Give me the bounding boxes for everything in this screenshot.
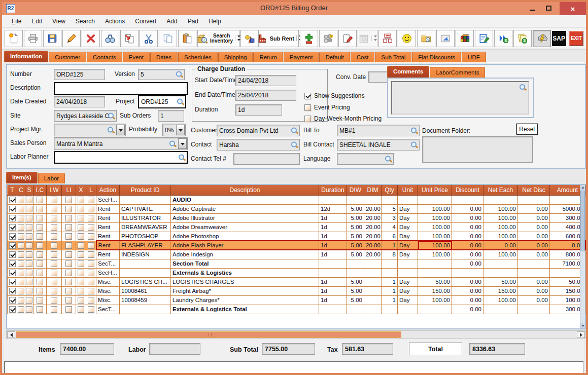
cell-diw[interactable]: 5.00 bbox=[347, 250, 364, 259]
cell-qty[interactable]: 1 bbox=[382, 241, 398, 250]
row-checkbox[interactable] bbox=[9, 242, 16, 249]
cell-desc[interactable]: Laundry Charges* bbox=[171, 295, 319, 305]
row-checkbox[interactable] bbox=[88, 206, 94, 212]
cell-price[interactable]: 100.00 bbox=[418, 232, 452, 241]
col-header-qty[interactable]: Qty bbox=[382, 185, 398, 195]
grid-row-0[interactable]: SecH...AUDIO bbox=[8, 195, 585, 204]
cell-qty[interactable] bbox=[382, 259, 398, 268]
tab-schedules[interactable]: Schedules bbox=[178, 52, 218, 62]
cell-unit[interactable]: Day bbox=[398, 295, 418, 305]
row-checkbox[interactable] bbox=[18, 288, 24, 294]
row-checkbox[interactable] bbox=[26, 251, 32, 258]
row-checkbox[interactable] bbox=[65, 197, 72, 203]
probability-field[interactable]: 0% bbox=[162, 124, 186, 136]
cell-diw[interactable]: 5.00 bbox=[347, 295, 364, 305]
grid-row-11[interactable]: Misc.10008459Laundry Charges*1d5.001Day1… bbox=[8, 295, 585, 305]
row-checkbox[interactable] bbox=[51, 251, 57, 258]
cell-action[interactable]: Rent bbox=[96, 204, 120, 213]
cell-qty[interactable]: 8 bbox=[382, 250, 398, 259]
cell-disc[interactable] bbox=[452, 268, 483, 277]
row-checkbox[interactable] bbox=[18, 224, 24, 231]
row-checkbox[interactable] bbox=[18, 242, 24, 249]
col-header-description[interactable]: Description bbox=[171, 185, 319, 195]
cell-desc[interactable]: Section Total bbox=[171, 259, 319, 268]
bill-to-field[interactable]: MB#1 bbox=[337, 125, 420, 136]
cell-ndisc[interactable]: 0.00 bbox=[518, 204, 550, 213]
row-checkbox[interactable] bbox=[51, 206, 57, 212]
row-checkbox[interactable] bbox=[78, 297, 84, 304]
row-checkbox[interactable] bbox=[65, 224, 72, 231]
tab-udf[interactable]: UDF bbox=[462, 52, 486, 62]
row-checkbox[interactable] bbox=[51, 233, 57, 240]
bill-contact-lookup-icon[interactable] bbox=[410, 141, 418, 148]
row-checkbox[interactable] bbox=[26, 260, 32, 267]
grid-row-4[interactable]: RentPHOTOSHOPAdobe Photoshop1d5.0020.006… bbox=[8, 232, 585, 241]
col-header-discount[interactable]: Discount bbox=[452, 185, 483, 195]
version-lookup-icon[interactable] bbox=[176, 71, 183, 79]
cell-ndisc[interactable] bbox=[518, 259, 550, 268]
row-checkbox[interactable] bbox=[26, 224, 32, 231]
cell-diw[interactable] bbox=[347, 305, 364, 314]
menu-pad[interactable]: Pad bbox=[183, 16, 203, 26]
row-checkbox[interactable] bbox=[18, 297, 24, 304]
row-checkbox[interactable] bbox=[26, 297, 32, 304]
customer-lookup-icon[interactable] bbox=[291, 127, 298, 134]
grid-row-2[interactable]: RentILLUSTRATORAdobe Illustrator1d5.0020… bbox=[8, 213, 585, 222]
sap-button[interactable]: SAP bbox=[552, 31, 566, 46]
cell-unit[interactable] bbox=[398, 195, 418, 204]
tab-contacts[interactable]: Contacts bbox=[87, 52, 122, 62]
grid-row-3[interactable]: RentDREAMWEAVERAdobe Dreamweaver1d5.0020… bbox=[8, 222, 585, 232]
menu-view[interactable]: View bbox=[48, 16, 70, 26]
row-checkbox[interactable] bbox=[88, 288, 94, 294]
row-checkbox[interactable] bbox=[78, 206, 84, 212]
number-field[interactable]: ORD#125 bbox=[54, 69, 105, 80]
row-checkbox[interactable] bbox=[88, 233, 94, 240]
checkbox-icon[interactable] bbox=[304, 104, 311, 111]
customer-field[interactable]: Cross Domain Pvt Ltd bbox=[217, 125, 300, 136]
labor-planner-lookup-icon[interactable] bbox=[178, 154, 186, 161]
project-lookup-icon[interactable] bbox=[177, 98, 184, 106]
menu-file[interactable]: File bbox=[7, 16, 26, 26]
row-checkbox[interactable] bbox=[26, 233, 32, 240]
cell-desc[interactable]: Adobe Flash Player bbox=[171, 241, 319, 250]
row-checkbox[interactable] bbox=[26, 197, 32, 203]
cell-product[interactable] bbox=[120, 305, 171, 314]
cell-product[interactable]: 10008461 bbox=[120, 286, 171, 295]
tab-payment[interactable]: Payment bbox=[284, 52, 319, 62]
cell-price[interactable]: 100.00 bbox=[418, 295, 452, 305]
cell-dur[interactable]: 1d bbox=[319, 213, 347, 222]
row-checkbox[interactable] bbox=[65, 270, 72, 276]
row-checkbox[interactable] bbox=[37, 279, 43, 285]
cell-dur[interactable] bbox=[319, 268, 347, 277]
cell-price[interactable]: 100.00 bbox=[418, 250, 452, 259]
print-button[interactable] bbox=[24, 30, 42, 47]
row-checkbox[interactable] bbox=[9, 215, 16, 221]
cell-dur[interactable]: 1d bbox=[319, 241, 347, 250]
row-checkbox[interactable] bbox=[18, 206, 24, 212]
cell-disc[interactable]: 0.00 bbox=[452, 305, 483, 314]
cell-product[interactable] bbox=[120, 268, 171, 277]
bill-to-lookup-icon[interactable] bbox=[410, 127, 418, 134]
cell-price[interactable]: 100.00 bbox=[418, 241, 452, 250]
tab-sub-total[interactable]: Sub Total bbox=[375, 52, 411, 62]
comments-lookup-icon[interactable] bbox=[519, 84, 527, 91]
comments-textarea[interactable] bbox=[391, 81, 529, 115]
cell-unit[interactable] bbox=[398, 268, 418, 277]
option-event-pricing[interactable]: Event Pricing bbox=[304, 104, 350, 111]
cell-ndisc[interactable]: 0.00 bbox=[518, 277, 550, 286]
row-checkbox[interactable] bbox=[78, 306, 84, 313]
grid-row-12[interactable]: SecT...Externals & Logistics Total0.0030… bbox=[8, 305, 585, 314]
cell-diw[interactable]: 5.00 bbox=[347, 241, 364, 250]
cell-ndisc[interactable]: 0.00 bbox=[518, 286, 550, 295]
cell-neach[interactable]: 100.00 bbox=[483, 232, 518, 241]
cell-dur[interactable]: 12d bbox=[319, 204, 347, 213]
row-checkbox[interactable] bbox=[26, 270, 32, 276]
row-checkbox[interactable] bbox=[78, 260, 84, 267]
col-header-net-disc[interactable]: Net Disc bbox=[518, 185, 550, 195]
cell-dim[interactable] bbox=[364, 195, 382, 204]
row-checkbox[interactable] bbox=[37, 215, 43, 221]
description-field[interactable] bbox=[54, 82, 188, 95]
cell-action[interactable]: SecT... bbox=[96, 305, 120, 314]
menu-convert[interactable]: Convert bbox=[130, 16, 161, 26]
cell-desc[interactable]: Externals & Logistics bbox=[171, 268, 319, 277]
